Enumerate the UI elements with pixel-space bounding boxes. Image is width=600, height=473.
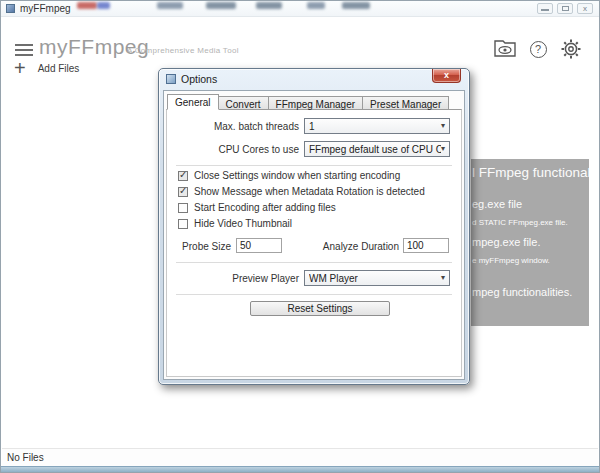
maximize-button[interactable] xyxy=(557,3,573,14)
settings-button[interactable] xyxy=(559,38,583,60)
menu-button[interactable] xyxy=(15,44,33,57)
options-dialog: Options x General Convert FFmpeg Manager… xyxy=(158,68,470,385)
dialog-icon xyxy=(166,74,176,84)
separator xyxy=(176,262,452,263)
preview-player-select[interactable]: WM Player ▾ xyxy=(304,270,450,286)
add-files-button[interactable]: + Add Files xyxy=(14,59,79,77)
tab-general[interactable]: General xyxy=(167,94,219,110)
app-header: myFFmpeg A Comprehensive Media Tool ? xyxy=(1,18,599,58)
checkbox-hide-thumbnail[interactable]: ✓ Hide Video Thumbnail xyxy=(178,218,292,229)
chevron-down-icon: ▾ xyxy=(441,122,445,130)
checkbox-icon: ✓ xyxy=(178,187,188,197)
hamburger-icon xyxy=(15,44,33,46)
gear-icon xyxy=(560,38,582,60)
analyze-duration-input[interactable]: 100 xyxy=(403,238,449,253)
dialog-close-button[interactable]: x xyxy=(432,69,461,83)
info-panel-line: mpeg.exe file. xyxy=(472,236,540,248)
max-batch-threads-value: 1 xyxy=(309,121,315,132)
background-window-artifact xyxy=(157,2,183,9)
checkbox-label: Start Encoding after adding files xyxy=(194,202,336,213)
window-title: myFFmpeg xyxy=(20,3,71,14)
add-files-label: Add Files xyxy=(38,63,80,74)
window-controls: x xyxy=(537,3,593,14)
os-titlebar: myFFmpeg x xyxy=(1,1,599,17)
checkbox-start-encoding[interactable]: ✓ Start Encoding after adding files xyxy=(178,202,336,213)
app-tagline: A Comprehensive Media Tool xyxy=(127,46,239,55)
info-panel-line: e myFFmpeg window. xyxy=(472,256,550,265)
preview-player-label: Preview Player xyxy=(167,273,299,284)
window-bottom-edge xyxy=(1,466,599,472)
checkbox-icon: ✓ xyxy=(178,171,188,181)
tab-page-general: Max. batch threads 1 ▾ CPU Cores to use … xyxy=(166,109,462,377)
background-window-artifact xyxy=(256,2,282,9)
background-window-artifact xyxy=(342,2,370,9)
checkbox-label: Show Message when Metadata Rotation is d… xyxy=(194,186,425,197)
dialog-body: General Convert FFmpeg Manager Preset Ma… xyxy=(163,90,465,380)
check-icon: ✓ xyxy=(179,185,187,196)
background-window-artifact xyxy=(206,2,236,9)
background-window-artifact xyxy=(77,2,97,9)
help-button[interactable]: ? xyxy=(526,38,550,60)
info-panel: l FFmpeg functionalitie eg.exe file d ST… xyxy=(471,159,589,326)
probe-size-input[interactable]: 50 xyxy=(236,238,282,253)
max-batch-threads-select[interactable]: 1 ▾ xyxy=(304,118,450,134)
tab-convert[interactable]: Convert xyxy=(219,96,269,110)
info-panel-line: eg.exe file xyxy=(472,198,522,210)
chevron-down-icon: ▾ xyxy=(441,145,445,153)
hamburger-icon xyxy=(15,49,33,51)
checkbox-icon: ✓ xyxy=(178,203,188,213)
dialog-tabs: General Convert FFmpeg Manager Preset Ma… xyxy=(167,94,449,110)
checkbox-show-rotation-message[interactable]: ✓ Show Message when Metadata Rotation is… xyxy=(178,186,425,197)
cpu-cores-select[interactable]: FFmpeg default use of CPU Cores ▾ xyxy=(304,141,450,157)
separator xyxy=(176,165,452,166)
maximize-icon xyxy=(562,6,569,11)
background-window-artifact xyxy=(97,2,110,9)
check-icon: ✓ xyxy=(179,169,187,180)
checkbox-label: Hide Video Thumbnail xyxy=(194,218,292,229)
checkbox-close-settings[interactable]: ✓ Close Settings window when starting en… xyxy=(178,170,400,181)
minimize-button[interactable] xyxy=(537,3,553,14)
dialog-title: Options xyxy=(181,73,217,85)
app-window: myFFmpeg x myFFmpeg A Comprehensive Medi… xyxy=(0,0,600,473)
chevron-down-icon: ▾ xyxy=(441,274,445,282)
reset-settings-button[interactable]: Reset Settings xyxy=(250,301,390,316)
status-bar: No Files xyxy=(2,448,598,466)
background-window-artifact xyxy=(307,2,325,9)
close-button[interactable]: x xyxy=(577,3,593,14)
probe-size-label: Probe Size xyxy=(167,241,231,252)
tab-ffmpeg-manager[interactable]: FFmpeg Manager xyxy=(269,96,363,110)
info-panel-line: mpeg functionalities. xyxy=(472,286,572,298)
info-panel-heading: l FFmpeg functionalitie xyxy=(472,165,589,180)
folder-eye-icon xyxy=(493,39,517,59)
tab-preset-manager[interactable]: Preset Manager xyxy=(363,96,449,110)
max-batch-threads-label: Max. batch threads xyxy=(167,121,299,132)
hamburger-icon xyxy=(15,54,33,56)
minimize-icon xyxy=(541,9,549,11)
preview-files-button[interactable] xyxy=(493,38,517,60)
cpu-cores-value: FFmpeg default use of CPU Cores xyxy=(309,144,441,155)
checkbox-label: Close Settings window when starting enco… xyxy=(194,170,400,181)
plus-icon: + xyxy=(14,59,26,77)
separator xyxy=(176,294,452,295)
dialog-titlebar[interactable]: Options x xyxy=(159,69,469,89)
info-panel-line: d STATIC FFmpeg.exe file. xyxy=(472,218,568,227)
cpu-cores-label: CPU Cores to use xyxy=(167,144,299,155)
analyze-duration-label: Analyze Duration xyxy=(317,241,399,252)
app-window-icon xyxy=(6,4,15,13)
help-icon: ? xyxy=(530,41,547,58)
checkbox-icon: ✓ xyxy=(178,219,188,229)
preview-player-value: WM Player xyxy=(309,273,358,284)
